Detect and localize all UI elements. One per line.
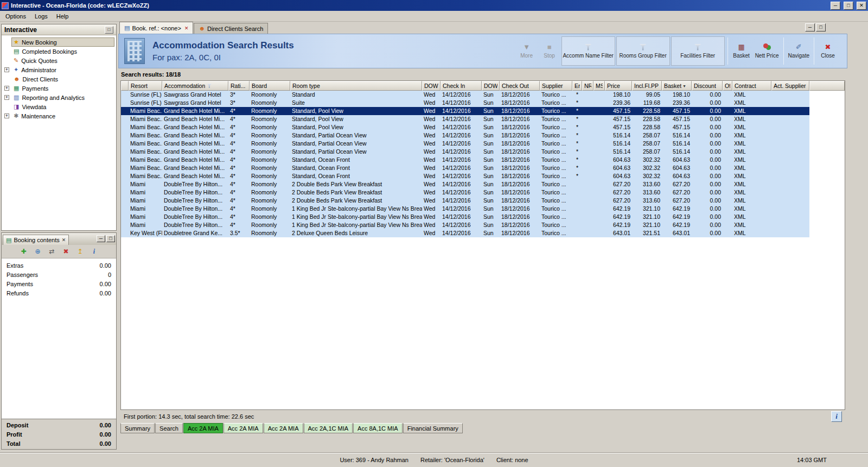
table-row[interactable]: Sunrise (FL)Sawgrass Grand Hotel3*Roomon… <box>121 99 809 107</box>
sidebar-item-maintenance[interactable]: +✱Maintenance <box>2 111 116 121</box>
column-header-price[interactable]: Price <box>605 81 632 91</box>
sidebar-item-completed-bookings[interactable]: ▤Completed Bookings <box>2 47 116 56</box>
export-button[interactable]: ↥ <box>75 247 85 256</box>
basket-button[interactable]: ▦Basket <box>730 36 753 66</box>
minimize-button[interactable]: ─ <box>831 2 840 10</box>
navigate-button[interactable]: ✐Navigate <box>786 36 812 66</box>
facilities-filter-button[interactable]: Facilities Filter <box>671 36 725 66</box>
tab-direct-clients-search[interactable]: ☻Direct Clients Search <box>194 23 268 34</box>
column-header-check-in[interactable]: Check In <box>441 81 482 91</box>
bottom-tab-summary[interactable]: Summary <box>120 423 155 433</box>
column-header-supplier[interactable]: Supplier <box>540 81 572 91</box>
column-header-act-supplier[interactable]: Act. Supplier <box>771 81 809 91</box>
bottom-tab-acc-8a-1c-mia[interactable]: Acc 8A,1C MIA <box>353 423 403 433</box>
delete-button[interactable]: ✖ <box>61 247 71 256</box>
table-row[interactable]: MiamiDoubleTree By Hilton...4*Roomonly2 … <box>121 180 809 188</box>
column-header-label: Room type <box>292 83 320 89</box>
expand-icon[interactable]: + <box>4 95 9 100</box>
table-row[interactable]: Sunrise (FL)Sawgrass Grand Hotel3*Roomon… <box>121 91 809 99</box>
table-row[interactable]: Miami Beac...Grand Beach Hotel Mi...4*Ro… <box>121 123 809 131</box>
column-header-incl-fl-pp[interactable]: Incl.Fl.PP <box>632 81 662 91</box>
bottom-tab-financial-summary[interactable]: Financial Summary <box>403 423 463 433</box>
table-row[interactable]: MiamiDoubleTree By Hilton...4*Roomonly2 … <box>121 197 809 205</box>
column-header-dow[interactable]: DOW <box>422 81 441 91</box>
sort-icon: ▼ <box>682 84 686 88</box>
menu-help[interactable]: Help <box>52 12 73 21</box>
sidebar-item-new-booking[interactable]: ★New Booking <box>2 37 116 47</box>
tab-book-ref-none[interactable]: ▤Book. ref.: <none>✕ <box>119 22 193 34</box>
booking-contents-close-icon[interactable]: ✕ <box>62 237 66 243</box>
booking-maximize-button[interactable]: □ <box>106 235 115 242</box>
column-header-rati[interactable]: Rati... <box>228 81 250 91</box>
sidebar-item-viewdata[interactable]: ◨Viewdata <box>2 102 116 111</box>
column-header-er[interactable]: Er <box>572 81 582 91</box>
column-filter-icon[interactable] <box>207 84 212 88</box>
column-header-resort[interactable]: Resort <box>129 81 162 91</box>
expand-icon[interactable]: + <box>4 67 9 72</box>
column-header-dow[interactable]: DOW <box>482 81 500 91</box>
web-button[interactable]: ⊕ <box>33 247 43 256</box>
rooms-group-filter-button[interactable]: Rooms Group Filter <box>616 36 670 66</box>
table-row[interactable]: MiamiDoubleTree By Hilton...4*Roomonly1 … <box>121 205 809 213</box>
table-row[interactable]: Miami Beac...Grand Beach Hotel Mi...4*Ro… <box>121 148 809 156</box>
column-header-check-out[interactable]: Check Out <box>500 81 540 91</box>
bottom-tab-acc-2a-mia[interactable]: Acc 2A MIA <box>224 423 263 433</box>
table-row[interactable]: Miami Beac...Grand Beach Hotel Mi...4*Ro… <box>121 156 809 164</box>
row-gutter-cell <box>121 156 129 164</box>
sidebar-item-administrator[interactable]: +✦Administrator <box>2 65 116 74</box>
table-row[interactable]: MiamiDoubleTree By Hilton...4*Roomonly2 … <box>121 188 809 197</box>
bottom-tab-acc-2a-1c-mia[interactable]: Acc 2A,1C MIA <box>304 423 353 433</box>
column-header-board[interactable]: Board <box>250 81 290 91</box>
table-row[interactable]: Key West (FL)Doubletree Grand Ke...3.5*R… <box>121 229 809 237</box>
table-row[interactable]: Miami Beac...Grand Beach Hotel Mi...4*Ro… <box>121 140 809 148</box>
close-button[interactable]: ✖Close <box>816 36 839 66</box>
bottom-tab-search[interactable]: Search <box>155 423 183 433</box>
sidebar-item-direct-clients[interactable]: ☻Direct Clients <box>2 74 116 84</box>
table-cell: 642.19 <box>662 205 692 213</box>
sidebar-item-reporting-and-analytics[interactable]: +▥Reporting and Analytics <box>2 93 116 102</box>
close-window-button[interactable]: ✕ <box>857 2 866 10</box>
sidebar-item-quick-quotes[interactable]: ✎Quick Quotes <box>2 56 116 65</box>
table-cell: 0.00 <box>692 99 723 107</box>
table-cell <box>593 180 605 188</box>
table-row[interactable]: Miami Beac...Grand Beach Hotel Mi...4*Ro… <box>121 172 809 180</box>
column-header-nr[interactable]: NR <box>582 81 593 91</box>
row-gutter-cell <box>121 205 129 213</box>
expand-icon[interactable]: + <box>4 86 9 91</box>
column-header-accommodation[interactable]: Accommodation <box>162 81 228 91</box>
table-row[interactable]: MiamiDoubleTree By Hilton...4*Roomonly1 … <box>121 213 809 221</box>
tab-close-icon[interactable]: ✕ <box>184 26 189 31</box>
booking-contents-tab[interactable]: ▤ Booking contents ✕ <box>3 235 69 245</box>
expand-icon[interactable]: + <box>4 113 9 118</box>
column-header-contract[interactable]: Contract <box>732 81 771 91</box>
sidebar-item-payments[interactable]: +▦Payments <box>2 84 116 93</box>
nett-price-button[interactable]: Nett Price <box>753 36 781 66</box>
row-gutter-cell <box>121 164 129 172</box>
menu-options[interactable]: Options <box>1 12 30 21</box>
booking-minimize-button[interactable]: ─ <box>97 235 105 242</box>
bottom-tab-acc-2a-mia[interactable]: Acc 2A MIA <box>183 423 223 433</box>
mdi-minimize-button[interactable]: ─ <box>805 23 815 31</box>
add-button[interactable]: ✚ <box>19 247 29 256</box>
info-button[interactable]: i <box>831 411 842 422</box>
table-row[interactable]: Miami Beac...Grand Beach Hotel Mi...4*Ro… <box>121 115 809 123</box>
column-header-basket[interactable]: Basket▼ <box>662 81 692 91</box>
column-header-of[interactable]: Of <box>723 81 732 91</box>
maximize-button[interactable]: □ <box>844 2 853 10</box>
column-header-discount[interactable]: Discount <box>692 81 723 91</box>
table-row[interactable]: Miami Beac...Grand Beach Hotel Mi...4*Ro… <box>121 107 809 115</box>
column-header-ms[interactable]: MS <box>593 81 605 91</box>
transfer-button[interactable]: ⇄ <box>47 247 57 256</box>
bottom-tab-acc-2a-mia[interactable]: Acc 2A MIA <box>264 423 303 433</box>
column-header-room-type[interactable]: Room type <box>290 81 422 91</box>
search-status-line: First portion: 14.3 sec, total search ti… <box>118 410 847 423</box>
mdi-restore-button[interactable]: □ <box>816 23 826 31</box>
table-row[interactable]: Miami Beac...Grand Beach Hotel Mi...4*Ro… <box>121 164 809 172</box>
sidebar-item-label: Quick Quotes <box>21 58 58 64</box>
menu-logs[interactable]: Logs <box>30 12 52 21</box>
accomm-name-filter-button[interactable]: Accomm Name Filter <box>561 36 615 66</box>
sidebar-collapse-button[interactable]: □ <box>105 26 113 34</box>
info-button[interactable]: i <box>90 247 99 256</box>
table-row[interactable]: MiamiDoubleTree By Hilton...4*Roomonly1 … <box>121 221 809 229</box>
table-row[interactable]: Miami Beac...Grand Beach Hotel Mi...4*Ro… <box>121 131 809 140</box>
